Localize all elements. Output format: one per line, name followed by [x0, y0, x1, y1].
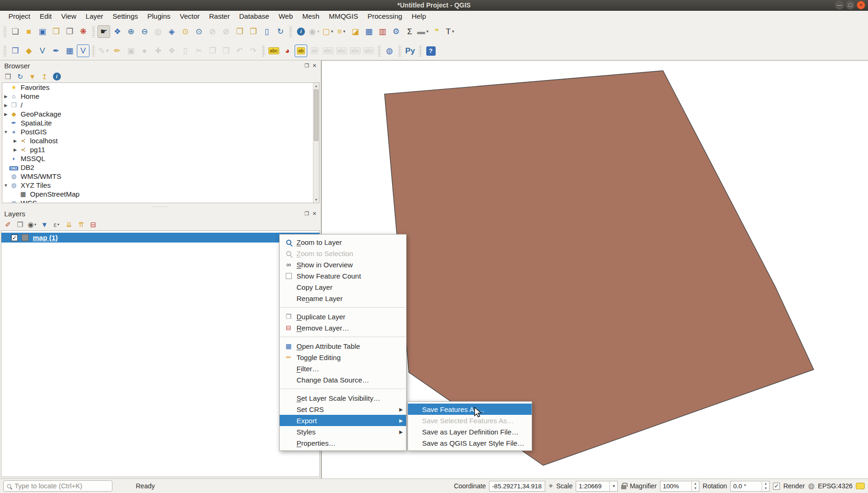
dropdown-arrow-icon[interactable]: ▼ — [316, 29, 320, 34]
expander-icon[interactable]: ▶ — [12, 147, 19, 152]
panel-splitter-handle[interactable]: ······ — [0, 204, 321, 208]
new-shapefile-layer-icon[interactable]: V — [36, 44, 49, 57]
scroll-down-icon[interactable]: ▼ — [313, 197, 319, 203]
undo-icon[interactable]: ↶ — [233, 44, 246, 57]
current-edits-icon[interactable]: ✎▼ — [97, 44, 110, 57]
render-checkbox[interactable]: ✓ — [773, 483, 780, 490]
browser-item-pg11[interactable]: ▶≺pg11 — [2, 145, 319, 154]
menu-item-copy-layer[interactable]: Copy Layer — [280, 281, 406, 293]
copy-features-icon[interactable]: ❐ — [206, 44, 219, 57]
measure-icon[interactable]: ▬▼ — [417, 25, 430, 38]
style-manager-icon[interactable]: ❋ — [77, 25, 89, 38]
lock-scale-icon[interactable] — [621, 485, 626, 489]
label-tool-1-icon[interactable]: ab — [308, 44, 321, 57]
bookmark-manager-icon[interactable]: ▯ — [260, 25, 273, 38]
layer-diagram-icon[interactable]: ◕ — [281, 44, 294, 57]
cut-features-icon[interactable]: ✂ — [193, 44, 205, 57]
zoom-to-selection-icon[interactable]: ⊙ — [179, 25, 192, 38]
layer-labeling-icon[interactable]: abc — [267, 44, 280, 57]
refresh-map-icon[interactable]: ↻ — [274, 25, 287, 38]
browser-item-wcs[interactable]: ◍WCS — [2, 199, 319, 203]
browser-item-openstreetmap[interactable]: ▦OpenStreetMap — [2, 190, 319, 199]
delete-selected-icon[interactable]: ▯ — [179, 44, 192, 57]
menu-item-zoom-to-selection[interactable]: Zoom to Selection — [280, 248, 406, 259]
browser-item-localhost[interactable]: ▶≺localhost — [2, 136, 319, 145]
filter-by-expression-icon[interactable]: ε▼ — [52, 220, 61, 229]
data-source-manager-icon[interactable]: ❒ — [9, 44, 22, 57]
menu-web[interactable]: Web — [274, 12, 298, 21]
browser-item-[interactable]: ▶❒/ — [2, 101, 319, 110]
move-feature-icon[interactable]: ❖ — [165, 44, 178, 57]
rotation-spinbox[interactable]: 0.0 ° ▲▼ — [730, 481, 770, 492]
expander-icon[interactable]: ▼ — [2, 183, 9, 188]
menu-mmqgis[interactable]: MMQGIS — [324, 12, 363, 21]
menu-edit[interactable]: Edit — [35, 12, 57, 21]
menu-item-change-data-source[interactable]: Change Data Source… — [280, 374, 406, 385]
dropdown-arrow-icon[interactable]: ▼ — [105, 49, 109, 53]
menu-item-rename-layer[interactable]: Rename Layer — [280, 293, 406, 304]
zoom-next-icon[interactable]: ⊘ — [220, 25, 232, 38]
expander-icon[interactable]: ▶ — [2, 103, 9, 108]
menu-item-set-layer-scale-visibility[interactable]: Set Layer Scale Visibility… — [280, 392, 406, 404]
layout-manager-icon[interactable]: ❐ — [63, 25, 76, 38]
dropdown-arrow-icon[interactable]: ▼ — [330, 29, 334, 34]
identify-features-icon[interactable]: i — [295, 25, 307, 38]
dropdown-arrow-icon[interactable]: ▼ — [342, 29, 346, 34]
open-layer-styling-icon[interactable]: ✐ — [3, 220, 13, 229]
scale-combo[interactable]: 1:20669 ▼ — [576, 481, 618, 492]
manage-map-themes-icon[interactable]: ◉▼ — [28, 220, 37, 229]
menu-mesh[interactable]: Mesh — [297, 12, 324, 21]
menu-item-export[interactable]: Export▶ — [280, 415, 406, 426]
toggle-extents-icon[interactable]: ⌖ — [549, 482, 553, 490]
menu-item-filter[interactable]: Filter… — [280, 363, 406, 374]
close-button[interactable]: ✕ — [857, 1, 865, 9]
menu-raster[interactable]: Raster — [204, 12, 234, 21]
menu-item-duplicate-layer[interactable]: ❐Duplicate Layer — [280, 311, 406, 322]
menu-item-save-as-qgis-layer-style-file[interactable]: Save as QGIS Layer Style File… — [408, 437, 532, 449]
layers-close-icon[interactable]: ✕ — [312, 211, 317, 216]
menu-project[interactable]: Project — [4, 12, 35, 21]
layer-visibility-checkbox[interactable]: ✓ — [11, 235, 18, 241]
menu-item-save-features-as[interactable]: Save Features As… — [408, 404, 532, 415]
expand-all-icon[interactable]: ⇊ — [64, 220, 74, 229]
open-attribute-table-icon[interactable]: ▦ — [363, 25, 375, 38]
select-features-icon[interactable]: ▢▼ — [322, 25, 334, 38]
browser-item-wms-wmts[interactable]: ◍WMS/WMTS — [2, 172, 319, 181]
messages-icon[interactable] — [856, 483, 865, 489]
new-geopackage-layer-icon[interactable]: ◆ — [22, 44, 35, 57]
browser-item-xyz-tiles[interactable]: ▼◍XYZ Tiles — [2, 181, 319, 190]
menu-item-styles[interactable]: Styles▶ — [280, 426, 406, 437]
dropdown-arrow-icon[interactable]: ▼ — [426, 29, 430, 34]
expander-icon[interactable]: ▶ — [2, 94, 9, 99]
save-project-icon[interactable]: ▣ — [36, 25, 49, 38]
expander-icon[interactable]: ▶ — [12, 139, 19, 143]
label-tool-3-icon[interactable]: abc — [335, 44, 348, 57]
browser-item-favorites[interactable]: ★Favorites — [2, 83, 319, 92]
labeling-single-icon[interactable]: ab — [295, 44, 307, 57]
menu-item-open-attribute-table[interactable]: ▦Open Attribute Table — [280, 340, 406, 352]
help-icon[interactable]: ? — [424, 44, 437, 57]
add-selected-layers-icon[interactable]: ❒ — [3, 72, 13, 81]
menu-item-show-feature-count[interactable]: Show Feature Count — [280, 270, 406, 281]
browser-item-spatialite[interactable]: ✒SpatiaLite — [2, 118, 319, 127]
rotation-up-icon[interactable]: ▲ — [762, 481, 769, 486]
menu-database[interactable]: Database — [234, 12, 274, 21]
menu-item-save-selected-features-as[interactable]: Save Selected Features As… — [408, 415, 532, 426]
paste-features-icon[interactable]: ❒ — [220, 44, 232, 57]
zoom-to-layer-icon[interactable]: ⊙ — [193, 25, 205, 38]
magnifier-up-icon[interactable]: ▲ — [692, 481, 699, 486]
menu-item-set-crs[interactable]: Set CRS▶ — [280, 404, 406, 415]
new-bookmark-icon[interactable]: ❐ — [233, 25, 246, 38]
browser-close-icon[interactable]: ✕ — [312, 63, 317, 68]
menu-item-toggle-editing[interactable]: ✏Toggle Editing — [280, 352, 406, 363]
filter-legend-icon[interactable]: ▼ — [40, 220, 49, 229]
expander-icon[interactable]: ▶ — [2, 112, 9, 117]
menu-vector[interactable]: Vector — [175, 12, 205, 21]
menu-item-show-in-overview[interactable]: ∞Show in Overview — [280, 259, 406, 270]
menu-help[interactable]: Help — [407, 12, 431, 21]
maximize-button[interactable]: ▢ — [846, 1, 854, 9]
add-group-icon[interactable]: ❒ — [15, 220, 25, 229]
label-tool-4-icon[interactable]: abc — [349, 44, 362, 57]
mmqgis-globe-icon[interactable]: ◍ — [383, 44, 396, 57]
scroll-thumb[interactable] — [314, 89, 319, 141]
